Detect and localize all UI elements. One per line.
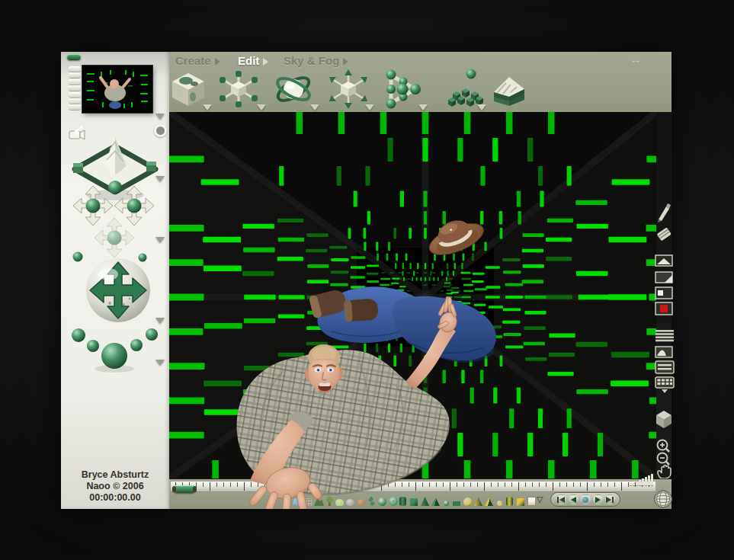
- desktop-background: Create Edit Sky & Fog ↔: [0, 0, 734, 560]
- timeline-scale-icon[interactable]: [630, 474, 653, 485]
- chevron-down-icon[interactable]: [155, 237, 165, 243]
- chevron-down-icon[interactable]: [155, 114, 165, 120]
- cone-icon[interactable]: [420, 493, 431, 507]
- camera-trackball[interactable]: [84, 256, 152, 325]
- stone-plane-icon[interactable]: [303, 493, 313, 507]
- view-preset-spheres[interactable]: [66, 325, 166, 375]
- reposition-tool[interactable]: [327, 68, 370, 110]
- sphere-icon[interactable]: [377, 493, 388, 507]
- matrix-tunnel-render: [169, 112, 656, 478]
- yellow-sphere-icon[interactable]: [463, 493, 473, 507]
- preset-pill[interactable]: [69, 66, 81, 72]
- text-panel-icon[interactable]: [655, 360, 675, 374]
- copyright-line: Naoo © 2006: [61, 481, 169, 492]
- object-palette: [292, 493, 537, 507]
- small-sphere-icon[interactable]: [441, 493, 452, 507]
- tab-create-label: Create: [175, 54, 211, 67]
- bush-icon[interactable]: [335, 493, 345, 507]
- render-tool-strip: [656, 112, 671, 478]
- chevron-down-icon[interactable]: [155, 318, 165, 324]
- pan-hand-icon[interactable]: [655, 464, 673, 479]
- terrain-icon[interactable]: [313, 493, 324, 507]
- zoom-in-icon[interactable]: [655, 438, 671, 453]
- render-preview-thumbnail[interactable]: [82, 66, 152, 113]
- palette-resize-icon[interactable]: ↔: [630, 53, 641, 66]
- timeline-major-ticks: [175, 482, 652, 491]
- resize-tool[interactable]: [217, 68, 260, 110]
- memory-dot-indicator[interactable]: [67, 54, 81, 60]
- chevron-right-icon: [263, 58, 268, 66]
- preset-pill[interactable]: [69, 92, 81, 98]
- time-scrubber-handle[interactable]: [173, 485, 196, 493]
- scene-viewport[interactable]: [169, 112, 656, 478]
- chevron-down-icon[interactable]: [477, 104, 486, 110]
- play-backward-button[interactable]: [568, 494, 579, 504]
- chevron-right-icon: [215, 58, 220, 66]
- preset-pill[interactable]: [69, 79, 81, 85]
- chevron-right-icon: [343, 58, 348, 66]
- timecode-display: 00:00:00.00: [61, 492, 169, 504]
- animation-timeline-ruler[interactable]: [171, 482, 655, 491]
- chevron-down-icon[interactable]: [257, 104, 266, 110]
- chevron-down-icon[interactable]: [310, 104, 319, 110]
- preset-pill[interactable]: [69, 85, 81, 91]
- solo-cube-icon[interactable]: [655, 409, 673, 429]
- bryce-app-window: Create Edit Sky & Fog ↔: [61, 52, 671, 509]
- credits-block: Bryce Absturtz Naoo © 2006 00:00:00.00: [61, 469, 169, 504]
- curve-panel-icon[interactable]: [655, 346, 673, 358]
- yellow-ball-icon[interactable]: [495, 493, 505, 507]
- render-region-icon[interactable]: [655, 254, 673, 267]
- preview-scene: [82, 66, 152, 113]
- torus-icon[interactable]: [388, 493, 399, 507]
- chevron-down-icon[interactable]: [418, 104, 428, 110]
- preset-pill[interactable]: [69, 104, 81, 110]
- pencil-icon[interactable]: [655, 202, 673, 223]
- page-flip-icon[interactable]: [655, 270, 673, 284]
- tree-icon[interactable]: [324, 493, 335, 507]
- yellow-cube-icon[interactable]: [516, 493, 527, 507]
- keyboard-panel-icon[interactable]: [655, 376, 675, 394]
- play-forward-button[interactable]: [592, 494, 604, 504]
- tab-edit-label: Edit: [238, 54, 259, 67]
- pan-control-ghost[interactable]: [93, 216, 136, 259]
- flat-cube-icon[interactable]: [452, 493, 463, 507]
- rock-icon[interactable]: [345, 493, 356, 507]
- yellow-wedge-icon[interactable]: [473, 493, 484, 507]
- preset-pill[interactable]: [69, 98, 81, 104]
- step-backward-button[interactable]: [556, 494, 567, 504]
- yellow-cone-icon[interactable]: [484, 493, 495, 507]
- water-plane-icon[interactable]: [292, 493, 303, 507]
- palette-more-icon[interactable]: ▽: [537, 494, 543, 504]
- align-tool[interactable]: [381, 68, 424, 110]
- rotate-tool[interactable]: [272, 68, 315, 110]
- chevron-down-icon[interactable]: [203, 104, 212, 110]
- camera-sidebar: Bryce Absturtz Naoo © 2006 00:00:00.00: [61, 52, 169, 509]
- step-forward-button[interactable]: [604, 494, 616, 504]
- branch-icon[interactable]: [367, 493, 377, 507]
- chevron-down-icon[interactable]: [365, 104, 374, 110]
- eraser-icon[interactable]: [655, 225, 673, 243]
- record-button[interactable]: [580, 494, 591, 504]
- render-small-icon[interactable]: [655, 286, 673, 299]
- tab-edit[interactable]: Edit: [238, 54, 268, 67]
- tab-sky-fog-label: Sky & Fog: [284, 54, 339, 67]
- picture-panel-icon[interactable]: [527, 493, 537, 507]
- render-button-icon[interactable]: [655, 302, 673, 315]
- cube-icon[interactable]: [409, 493, 420, 507]
- tab-create[interactable]: Create: [175, 54, 220, 67]
- artist-name: Bryce Absturtz: [61, 469, 169, 481]
- tab-sky-fog[interactable]: Sky & Fog: [284, 54, 348, 67]
- timeline-bar: ▽: [169, 478, 671, 509]
- preset-pill[interactable]: [69, 72, 81, 78]
- chevron-down-icon[interactable]: [155, 176, 165, 182]
- orbit-sphere-left[interactable]: [72, 251, 83, 262]
- create-edit-toolbar: Create Edit Sky & Fog ↔: [169, 52, 671, 112]
- pyramid-icon[interactable]: [431, 493, 441, 507]
- terrain-editor-tool[interactable]: [488, 68, 530, 110]
- line-stack-icon[interactable]: [655, 329, 675, 344]
- chevron-down-icon[interactable]: [155, 360, 165, 366]
- cylinder-icon[interactable]: [399, 493, 409, 507]
- yellow-cylinder-icon[interactable]: [505, 493, 516, 507]
- render-globe-icon[interactable]: [653, 490, 673, 508]
- boulder-icon[interactable]: [356, 493, 367, 507]
